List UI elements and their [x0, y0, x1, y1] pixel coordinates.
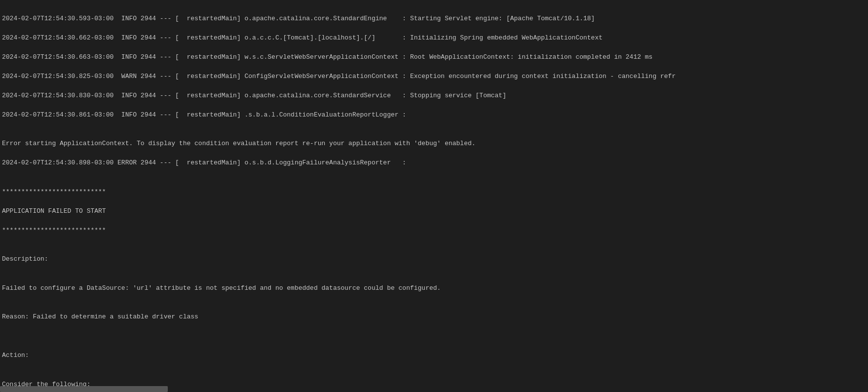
console-empty-line [2, 331, 866, 341]
console-empty-line [2, 341, 866, 351]
console-empty-line [2, 274, 866, 283]
console-line: APPLICATION FAILED TO START [2, 206, 866, 216]
console-empty-line [2, 370, 866, 380]
console-line: Description: [2, 254, 866, 264]
scrollbar-thumb[interactable] [0, 386, 168, 392]
console-line: 2024-02-07T12:54:30.662-03:00 INFO 2944 … [2, 33, 866, 43]
console-empty-line [2, 177, 866, 187]
console-line: *************************** [2, 187, 866, 197]
console-line: 2024-02-07T12:54:30.861-03:00 INFO 2944 … [2, 110, 866, 120]
console-line: Error starting ApplicationContext. To di… [2, 139, 866, 149]
console-empty-line [2, 129, 866, 139]
console-line: 2024-02-07T12:54:30.898-03:00 ERROR 2944… [2, 158, 866, 168]
console-empty-line [2, 245, 866, 255]
console-line: 2024-02-07T12:54:30.663-03:00 INFO 2944 … [2, 52, 866, 62]
console-line: Action: [2, 351, 866, 360]
scrollbar-area[interactable] [0, 386, 168, 392]
console-line: Reason: Failed to determine a suitable d… [2, 312, 866, 322]
console-empty-line [2, 303, 866, 313]
console-line: *************************** [2, 226, 866, 235]
console-line: 2024-02-07T12:54:30.593-03:00 INFO 2944 … [2, 14, 866, 24]
console-line: Failed to configure a DataSource: 'url' … [2, 283, 866, 293]
console-line: 2024-02-07T12:54:30.825-03:00 WARN 2944 … [2, 72, 866, 81]
console-output: 2024-02-07T12:54:30.593-03:00 INFO 2944 … [0, 0, 868, 392]
console-line: 2024-02-07T12:54:30.830-03:00 INFO 2944 … [2, 91, 866, 101]
